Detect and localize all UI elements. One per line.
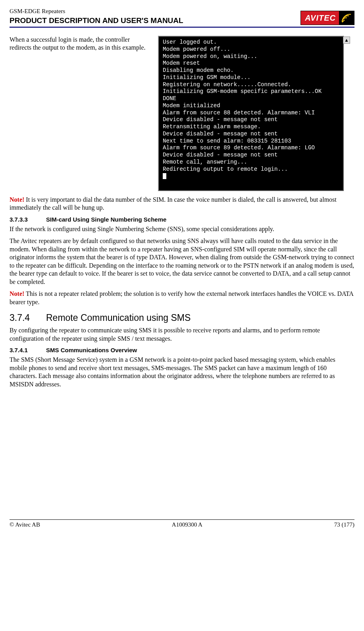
- avitec-logo-text: AVITEC: [301, 11, 339, 25]
- terminal-line: Alarm from source 88 detected. Alarmname…: [163, 110, 339, 117]
- product-line: GSM-EDGE Repeaters: [10, 8, 183, 15]
- heading-3-7-3-3: 3.7.3.3SIM-card Using Single Numbering S…: [10, 216, 354, 223]
- avitec-sun-icon: [339, 11, 354, 25]
- terminal-line: Device disabled - message not sent: [163, 131, 339, 138]
- avitec-logo: AVITEC: [300, 11, 354, 25]
- terminal-line: Next time to send alarm: 083315 281103: [163, 138, 339, 145]
- footer-left: © Avitec AB: [10, 521, 40, 528]
- section-374-p1: By configuring the repeater to communica…: [10, 326, 354, 343]
- section-3741-p1: The SMS (Short Message Service) system i…: [10, 356, 354, 388]
- section-3733-p1: If the network is configured using Singl…: [10, 225, 354, 233]
- note-dial-data: Note! It is very important to dial the d…: [10, 196, 354, 212]
- terminal-line: Modem powered off...: [163, 46, 339, 53]
- heading-3-7-4: 3.7.4Remote Communication using SMS: [10, 313, 354, 323]
- footer-right: 73 (177): [334, 521, 354, 528]
- terminal-line: Device disabled - message not sent: [163, 116, 339, 123]
- terminal-line: Disabling modem echo.: [163, 67, 339, 74]
- footer-center: A1009300 A: [172, 521, 202, 528]
- terminal-line: Initializing GSM module...: [163, 74, 339, 81]
- terminal-cursor-icon: [163, 173, 166, 179]
- footer: © Avitec AB A1009300 A 73 (177): [10, 521, 354, 528]
- header-divider: [10, 27, 354, 28]
- terminal-line: Modem powered on, waiting...: [163, 53, 339, 60]
- note-not-repeater: Note! This is not a repeater related pro…: [10, 290, 354, 306]
- terminal-line: Device disabled - message not sent: [163, 152, 339, 159]
- terminal-line: Initializing GSM-modem specific paramete…: [163, 88, 339, 95]
- terminal-line: Modem initialized: [163, 102, 339, 110]
- scroll-up-icon[interactable]: ▲: [343, 37, 350, 44]
- footer-divider: [10, 519, 354, 520]
- terminal-line: DONE: [163, 95, 339, 102]
- heading-3-7-4-1: 3.7.4.1SMS Communications Overview: [10, 347, 354, 353]
- terminal-line: User logged out.: [163, 39, 339, 46]
- terminal-line: Retransmitting alarm message.: [163, 123, 339, 131]
- terminal-line: Remote call, answering...: [163, 159, 339, 166]
- terminal-line: Alarm from source 89 detected. Alarmname…: [163, 145, 339, 152]
- terminal-line: Redirecting output to remote login...: [163, 166, 339, 173]
- section-3733-p2: The Avitec repeaters are by default conf…: [10, 237, 354, 286]
- terminal-output: ▲ User logged out.Modem powered off...Mo…: [158, 36, 344, 191]
- page-title: PRODUCT DESCRIPTION AND USER'S MANUAL: [10, 16, 183, 25]
- terminal-line: Registering on network......Connected.: [163, 81, 339, 89]
- terminal-line: Modem reset: [163, 60, 339, 67]
- intro-paragraph: When a successful login is made, the con…: [10, 36, 152, 191]
